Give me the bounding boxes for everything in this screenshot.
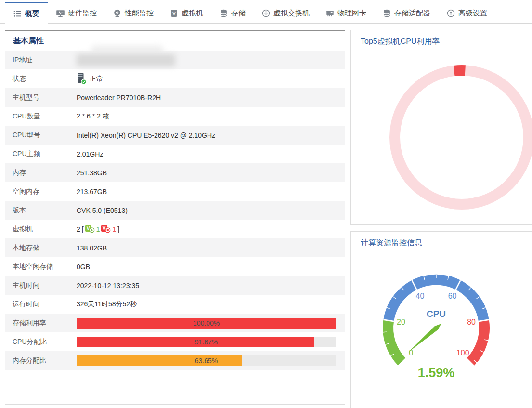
tab-label: 性能监控	[125, 9, 154, 18]
gauge-zone-red	[470, 320, 484, 362]
table-row-cpu-model: CPU型号 Intel(R) Xeon(R) CPU E5-2620 v2 @ …	[5, 126, 345, 145]
panel-title: 基本属性	[5, 31, 345, 51]
top5-cpu-donut-chart	[351, 50, 532, 224]
tab-label: 物理网卡	[337, 9, 366, 18]
list-icon	[13, 10, 22, 18]
gauge-needle	[408, 324, 441, 353]
cpu-allocation-bar: 91.67%	[77, 337, 336, 347]
svg-text:60: 60	[448, 292, 457, 300]
table-row-uptime: 运行时间 326天11时58分52秒	[5, 295, 345, 314]
tab-hardware-monitor[interactable]: 硬件监控	[48, 2, 105, 23]
panel-title: Top5虚拟机CPU利用率	[351, 30, 532, 51]
storage-utilization-bar: 100.00%	[77, 318, 336, 329]
svg-text:V: V	[172, 11, 176, 16]
tab-advanced-settings[interactable]: 高级设置	[439, 2, 495, 23]
cpu-gauge-chart: 0 20 40 60 80 100 CPU 1.59%	[376, 270, 496, 388]
table-row-storage-utilization: 存储利用率 100.00%	[5, 314, 345, 332]
vm-running-icon: V	[85, 225, 95, 233]
tab-label: 硬件监控	[68, 9, 97, 18]
memory-allocation-bar: 63.65%	[77, 355, 336, 366]
status-text: 正常	[90, 75, 103, 83]
svg-text:20: 20	[397, 318, 405, 326]
svg-text:80: 80	[467, 318, 476, 326]
tab-bar: 概要 硬件监控 性能监控 V	[0, 0, 532, 24]
table-row-cpu-count: CPU数量 2 * 6 * 2 核	[5, 107, 345, 126]
redacted-ip-value	[77, 52, 187, 68]
table-row-memory: 内存 251.38GB	[5, 163, 345, 182]
camera-icon	[113, 9, 121, 17]
tab-physical-nic[interactable]: 物理网卡	[318, 2, 375, 23]
table-row-local-storage: 本地存储 138.02GB	[5, 238, 345, 257]
table-row-vms: 虚拟机 2 [ V 1 V	[5, 220, 345, 238]
tab-storage[interactable]: 存储	[211, 2, 254, 23]
tab-performance-monitor[interactable]: 性能监控	[105, 2, 162, 23]
vm-stopped-icon: V	[101, 225, 111, 233]
vswitch-icon	[262, 9, 270, 17]
storage-icon	[220, 9, 228, 17]
nic-icon	[326, 9, 334, 17]
svg-text:100: 100	[456, 349, 469, 357]
bracket-close: ]	[117, 225, 119, 233]
table-row-memory-allocation: 内存分配比 63.65%	[5, 351, 345, 370]
table-row-local-free-storage: 本地空闲存储 0GB	[5, 257, 345, 276]
vm-running-count: 1	[96, 225, 100, 233]
bar-value: 100.00%	[77, 318, 336, 329]
monitor-icon	[56, 9, 65, 17]
tab-virtual-machines[interactable]: V 虚拟机	[162, 2, 211, 23]
vm-stopped-count: 1	[112, 225, 116, 233]
tab-storage-adapter[interactable]: 存储适配器	[375, 2, 439, 23]
basic-properties-panel: 基本属性 IP地址 状态	[5, 30, 345, 405]
top5-cpu-panel: Top5虚拟机CPU利用率	[350, 30, 532, 225]
gauge-metric-label: CPU	[427, 309, 446, 319]
tab-label: 存储适配器	[394, 9, 430, 18]
tab-overview[interactable]: 概要	[5, 2, 48, 24]
panel-title: 计算资源监控信息	[351, 232, 532, 252]
table-row-status: 状态 正常	[5, 69, 345, 88]
donut-remainder-segment	[395, 70, 529, 204]
svg-text:40: 40	[416, 292, 425, 300]
table-row-host-time: 主机时间 2022-10-12 13:23:35	[5, 276, 345, 295]
compute-monitor-panel: 计算资源监控信息	[350, 231, 532, 408]
table-row-cpu-allocation: CPU分配比 91.67%	[5, 332, 345, 351]
tab-label: 存储	[231, 9, 246, 18]
tab-label: 高级设置	[458, 9, 487, 18]
tab-label: 概要	[25, 9, 39, 18]
tab-label: 虚拟交换机	[273, 9, 310, 18]
table-row-ip: IP地址	[5, 51, 345, 69]
tab-label: 虚拟机	[182, 9, 203, 18]
gauge-tick-labels: 0 20 40 60 80 100	[397, 292, 476, 357]
donut-active-segment	[454, 70, 465, 71]
table-row-free-memory: 空闲内存 213.67GB	[5, 182, 345, 201]
gauge-zone-green	[388, 320, 402, 362]
host-overview-screen: 概要 硬件监控 性能监控 V	[0, 0, 532, 408]
table-row-cpu-freq: CPU主频 2.01GHz	[5, 145, 345, 163]
vm-total: 2	[77, 225, 80, 233]
bar-value: 63.65%	[77, 355, 336, 366]
gauge-value-text: 1.59%	[418, 366, 455, 380]
table-row-model: 主机型号 Powerleader PR7010B-R2H	[5, 88, 345, 107]
bar-value: 91.67%	[77, 337, 336, 347]
table-row-version: 版本 CVK 5.0 (E0513)	[5, 201, 345, 220]
advanced-icon	[447, 9, 455, 17]
server-ok-icon	[77, 73, 87, 85]
storage-adapter-icon	[383, 9, 391, 17]
tab-virtual-switch[interactable]: 虚拟交换机	[254, 2, 318, 23]
vm-icon: V	[170, 9, 178, 17]
bracket-open: [	[82, 225, 84, 233]
